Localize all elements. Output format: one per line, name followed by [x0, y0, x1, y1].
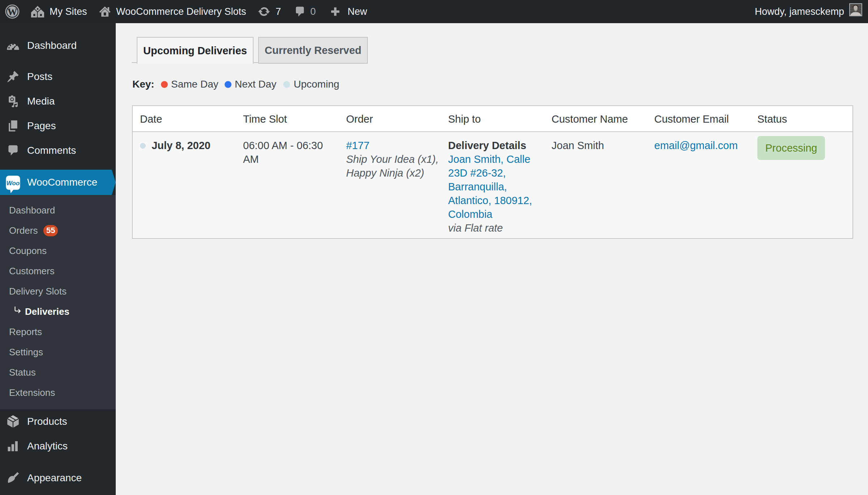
- svg-text:Woo: Woo: [7, 180, 20, 187]
- svg-text:W: W: [8, 7, 17, 17]
